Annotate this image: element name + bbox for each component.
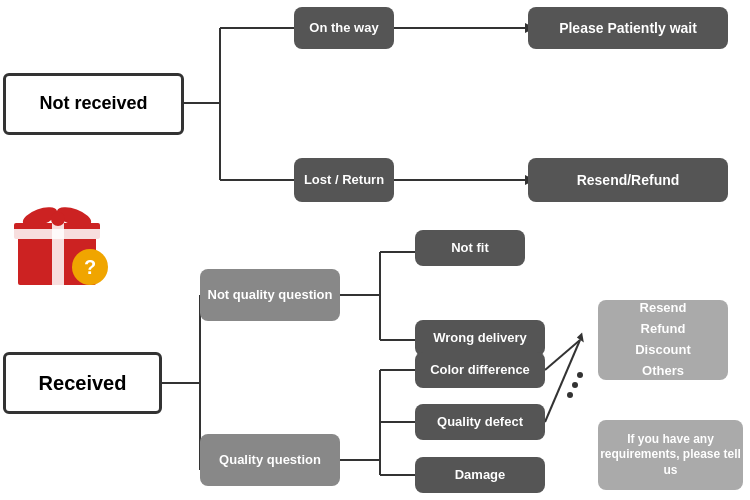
wrong-delivery-box: Wrong delivery [415, 320, 545, 356]
gift-box-image: ? [10, 195, 120, 290]
resend-refund-top-box: Resend/Refund [528, 158, 728, 202]
diagram: ? Not received On the way Please Patient… [0, 0, 750, 500]
svg-line-21 [545, 340, 580, 370]
svg-text:?: ? [84, 256, 96, 278]
not-fit-box: Not fit [415, 230, 525, 266]
quality-defect-box: Quality defect [415, 404, 545, 440]
svg-rect-30 [14, 229, 100, 239]
quality-question-box: Quality question [200, 434, 340, 486]
lost-return-box: Lost / Return [294, 158, 394, 202]
svg-point-26 [577, 372, 583, 378]
color-difference-box: Color difference [415, 352, 545, 388]
received-box: Received [3, 352, 162, 414]
svg-point-24 [567, 392, 573, 398]
please-wait-box: Please Patiently wait [528, 7, 728, 49]
not-quality-box: Not quality question [200, 269, 340, 321]
svg-point-25 [572, 382, 578, 388]
resend-options-box: Resend Refund Discount Others [598, 300, 728, 380]
svg-line-22 [545, 340, 580, 422]
requirements-box: If you have any requirements, please tel… [598, 420, 743, 490]
svg-point-33 [51, 212, 65, 226]
on-the-way-box: On the way [294, 7, 394, 49]
damage-box: Damage [415, 457, 545, 493]
svg-marker-23 [576, 333, 584, 344]
not-received-box: Not received [3, 73, 184, 135]
